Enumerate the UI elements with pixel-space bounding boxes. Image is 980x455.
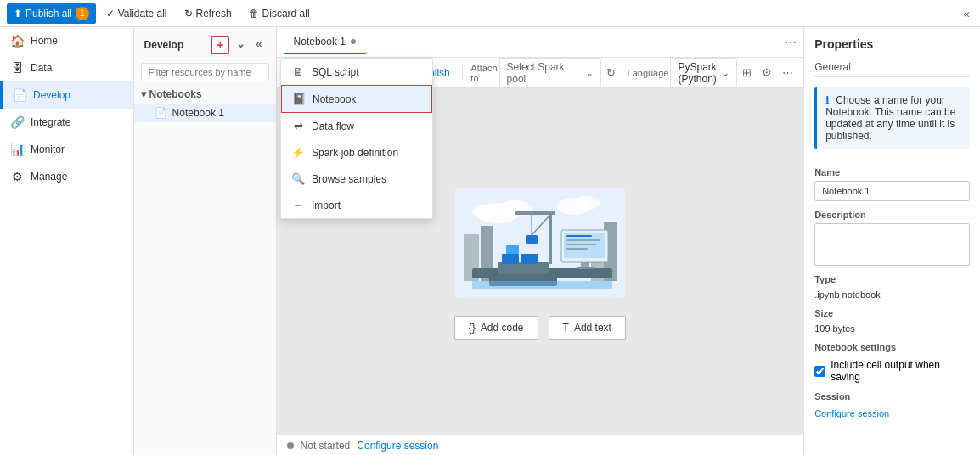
name-label: Name	[814, 167, 970, 177]
notebook-tab[interactable]: Notebook 1	[284, 31, 366, 54]
spark-pool-select[interactable]: Select Spark pool ⌄	[499, 58, 601, 88]
sidebar-item-home[interactable]: 🏠 Home	[0, 27, 133, 54]
validate-all-button[interactable]: ✓ Validate all	[99, 4, 174, 23]
dropdown-import[interactable]: ← Import	[281, 192, 432, 218]
sidebar-item-manage[interactable]: ⚙ Manage	[0, 163, 133, 190]
hide-develop-btn[interactable]: «	[252, 36, 265, 54]
dropdown-data-flow[interactable]: ⇌ Data flow	[281, 113, 432, 139]
refresh-icon: ↻	[184, 8, 193, 20]
configure-session-link[interactable]: Configure session	[357, 440, 438, 452]
language-chevron-icon: ⌄	[721, 67, 729, 79]
notebooks-label: Notebooks	[149, 88, 202, 100]
session-label: Session	[814, 391, 970, 402]
top-bar: ⬆ Publish all 1 ✓ Validate all ↻ Refresh…	[0, 0, 980, 27]
add-code-icon: {}	[469, 322, 476, 334]
include-output-checkbox[interactable]	[814, 366, 825, 377]
develop-title: Develop	[144, 39, 184, 51]
notebook-tab-label: Notebook 1	[294, 36, 346, 48]
main-area: 🏠 Home 🗄 Data 📄 Develop 🔗 Integrate 📊 Mo…	[0, 27, 980, 455]
svg-rect-24	[566, 239, 600, 241]
develop-tree: ▾ Notebooks 📄 Notebook 1	[134, 85, 276, 455]
notebook-icon: 📓	[292, 93, 306, 105]
notebook-tab-bar: Notebook 1 ⋯	[277, 27, 804, 58]
svg-rect-20	[526, 235, 538, 244]
dropdown-sql-script[interactable]: 🗎 SQL script	[281, 59, 432, 85]
develop-icon: 📄	[13, 88, 26, 102]
refresh-spark-button[interactable]: ↻	[603, 63, 619, 82]
notebook-svg	[455, 188, 625, 298]
add-resource-button[interactable]: +	[211, 36, 229, 54]
toolbar-right-actions: ⊞ ⚙ ⋯	[739, 63, 797, 82]
manage-icon: ⚙	[10, 170, 24, 183]
browse-samples-label: Browse samples	[312, 173, 386, 185]
info-icon: ℹ	[825, 94, 830, 106]
publish-all-label: Publish all	[25, 8, 72, 20]
attach-to-label: Attach to	[470, 63, 497, 83]
toolbar-more-button[interactable]: ⋯	[779, 63, 797, 82]
publish-all-button[interactable]: ⬆ Publish all 1	[7, 3, 96, 24]
sidebar-integrate-label: Integrate	[31, 116, 70, 128]
sql-script-icon: 🗎	[291, 65, 305, 78]
notebook-actions: {} Add code T Add text	[454, 316, 626, 340]
publish-badge: 1	[76, 7, 89, 20]
sidebar-item-develop[interactable]: 📄 Develop	[0, 81, 133, 109]
spark-job-icon: ⚡	[291, 146, 305, 159]
properties-panel: Properties General ℹ Choose a name for y…	[803, 27, 980, 455]
add-text-label: Add text	[574, 322, 611, 334]
discard-all-button[interactable]: 🗑 Discard all	[242, 4, 317, 23]
notebook1-tree-item[interactable]: 📄 Notebook 1	[134, 104, 276, 122]
sidebar-develop-label: Develop	[33, 89, 70, 101]
sidebar-item-integrate[interactable]: 🔗 Integrate	[0, 109, 133, 136]
collapse-develop-btn[interactable]: ⌄	[233, 36, 249, 54]
svg-rect-17	[515, 211, 555, 215]
notebook1-file-icon: 📄	[155, 107, 167, 119]
status-dot	[287, 442, 294, 449]
notebook-illustration	[447, 183, 634, 302]
add-text-button[interactable]: T Add text	[549, 316, 626, 340]
toolbar-action-1[interactable]: ⊞	[739, 63, 755, 82]
properties-info-box: ℹ Choose a name for your Notebook. This …	[814, 87, 970, 149]
spark-pool-placeholder: Select Spark pool	[507, 61, 585, 85]
publish-icon: ⬆	[14, 8, 22, 20]
tab-more-button[interactable]: ⋯	[785, 36, 797, 49]
notebook-unsaved-dot	[351, 39, 356, 44]
size-label: Size	[814, 308, 970, 318]
description-label: Description	[814, 210, 970, 220]
sidebar-item-data[interactable]: 🗄 Data	[0, 54, 133, 81]
size-value: 109 bytes	[814, 323, 970, 334]
not-started-label: Not started	[301, 440, 351, 452]
sidebar-manage-label: Manage	[31, 171, 67, 183]
sidebar-data-label: Data	[31, 62, 52, 74]
add-resource-dropdown: 🗎 SQL script 📓 Notebook ⇌ Data flow ⚡ Sp…	[280, 58, 433, 219]
properties-title: Properties	[814, 37, 970, 51]
add-text-icon: T	[563, 322, 569, 334]
collapse-topbar-button[interactable]: «	[960, 3, 973, 24]
dropdown-browse-samples[interactable]: 🔍 Browse samples	[281, 166, 432, 192]
sidebar-item-monitor[interactable]: 📊 Monitor	[0, 136, 133, 163]
data-flow-label: Data flow	[312, 121, 354, 132]
left-sidebar: 🏠 Home 🗄 Data 📄 Develop 🔗 Integrate 📊 Mo…	[0, 27, 134, 455]
sidebar-monitor-label: Monitor	[31, 143, 65, 155]
language-select[interactable]: PySpark (Python) ⌄	[670, 58, 737, 88]
refresh-button[interactable]: ↻ Refresh	[177, 4, 239, 23]
dropdown-spark-job[interactable]: ⚡ Spark job definition	[281, 139, 432, 166]
notebooks-section[interactable]: ▾ Notebooks	[134, 85, 276, 104]
refresh-label: Refresh	[196, 8, 232, 20]
svg-rect-25	[566, 244, 596, 245]
svg-rect-28	[577, 267, 594, 269]
notebook-name-input[interactable]	[814, 181, 970, 201]
type-value: .ipynb notebook	[814, 289, 970, 300]
notebook-settings-label: Notebook settings	[814, 342, 970, 352]
develop-search-input[interactable]	[141, 63, 269, 81]
discard-all-label: Discard all	[262, 8, 310, 20]
validate-all-label: Validate all	[118, 8, 167, 20]
monitor-icon: 📊	[10, 143, 24, 156]
add-code-button[interactable]: {} Add code	[454, 316, 538, 340]
description-textarea[interactable]	[814, 223, 970, 266]
svg-rect-23	[566, 235, 592, 237]
discard-icon: 🗑	[249, 8, 259, 20]
dropdown-notebook[interactable]: 📓 Notebook	[281, 85, 432, 113]
svg-rect-26	[566, 248, 588, 250]
configure-session-properties-link[interactable]: Configure session	[814, 408, 970, 418]
toolbar-action-2[interactable]: ⚙	[758, 63, 775, 82]
